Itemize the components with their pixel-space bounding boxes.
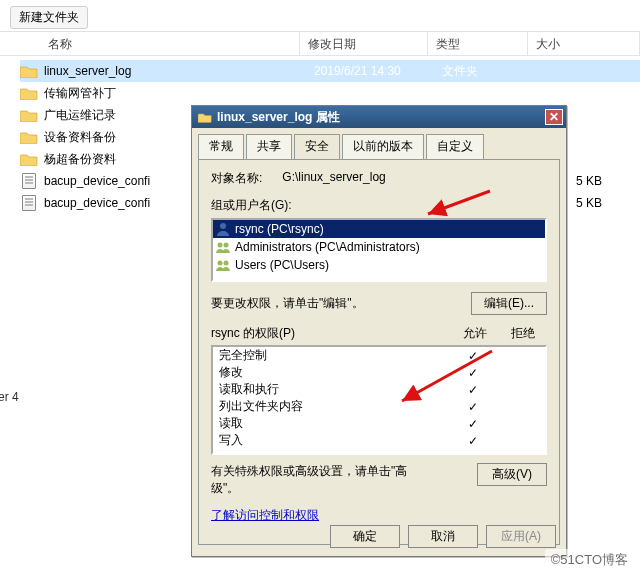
- file-name: 传输网管补丁: [44, 85, 314, 102]
- tab-安全[interactable]: 安全: [294, 134, 340, 159]
- svg-point-0: [220, 223, 226, 229]
- edit-button[interactable]: 编辑(E)...: [471, 292, 547, 315]
- change-perm-text: 要更改权限，请单击"编辑"。: [211, 295, 364, 312]
- group-users-label: 组或用户名(G):: [211, 197, 547, 214]
- watermark: ©51CTO博客: [545, 549, 634, 571]
- file-name: linux_server_log: [44, 64, 314, 78]
- dialog-button-row: 确定 取消 应用(A): [330, 525, 556, 548]
- user-row[interactable]: Administrators (PC\Administrators): [213, 238, 545, 256]
- allow-header: 允许: [451, 325, 499, 342]
- list-item[interactable]: linux_server_log2019/6/21 14:30文件夹: [20, 60, 640, 82]
- close-icon[interactable]: ✕: [545, 109, 563, 125]
- col-size[interactable]: 大小: [528, 32, 640, 55]
- svg-point-2: [224, 243, 229, 248]
- perm-allow: ✓: [449, 366, 497, 380]
- apply-button[interactable]: 应用(A): [486, 525, 556, 548]
- perm-row: 修改✓: [213, 364, 545, 381]
- dialog-titlebar[interactable]: linux_server_log 属性 ✕: [192, 106, 566, 128]
- perm-row: 完全控制✓: [213, 347, 545, 364]
- group-icon: [215, 257, 231, 273]
- person-icon: [215, 221, 231, 237]
- file-icon: [22, 195, 36, 211]
- object-name-label: 对象名称:: [211, 170, 262, 187]
- svg-point-3: [218, 261, 223, 266]
- object-name-value: G:\linux_server_log: [282, 170, 385, 187]
- folder-icon: [20, 86, 38, 100]
- user-row[interactable]: Users (PC\Users): [213, 256, 545, 274]
- perm-name: 读取和执行: [219, 381, 449, 398]
- group-icon: [215, 239, 231, 255]
- user-name: Users (PC\Users): [235, 258, 329, 272]
- col-type[interactable]: 类型: [428, 32, 528, 55]
- svg-point-4: [224, 261, 229, 266]
- list-item[interactable]: 传输网管补丁: [20, 82, 640, 104]
- perm-name: 写入: [219, 432, 449, 449]
- svg-point-1: [218, 243, 223, 248]
- folder-icon: [20, 108, 38, 122]
- deny-header: 拒绝: [499, 325, 547, 342]
- perm-name: 修改: [219, 364, 449, 381]
- col-name[interactable]: 名称: [0, 32, 300, 55]
- file-type: 文件夹: [442, 63, 542, 80]
- perm-name: 完全控制: [219, 347, 449, 364]
- tab-以前的版本[interactable]: 以前的版本: [342, 134, 424, 159]
- dialog-title: linux_server_log 属性: [217, 109, 545, 126]
- perm-allow: ✓: [449, 417, 497, 431]
- permissions-list[interactable]: 完全控制✓修改✓读取和执行✓列出文件夹内容✓读取✓写入✓: [211, 345, 547, 455]
- new-folder-button[interactable]: 新建文件夹: [10, 6, 88, 29]
- advanced-button[interactable]: 高级(V): [477, 463, 547, 486]
- explorer-toolbar: 新建文件夹: [0, 0, 640, 32]
- perm-row: 读取✓: [213, 415, 545, 432]
- learn-link[interactable]: 了解访问控制和权限: [211, 507, 319, 524]
- perm-allow: ✓: [449, 383, 497, 397]
- properties-dialog: linux_server_log 属性 ✕ 常规共享安全以前的版本自定义 对象名…: [191, 105, 567, 557]
- perm-allow: ✓: [449, 349, 497, 363]
- tab-自定义[interactable]: 自定义: [426, 134, 484, 159]
- perm-row: 列出文件夹内容✓: [213, 398, 545, 415]
- user-row[interactable]: rsync (PC\rsync): [213, 220, 545, 238]
- file-list-header: 名称 修改日期 类型 大小: [0, 32, 640, 56]
- perm-name: 读取: [219, 415, 449, 432]
- tab-常规[interactable]: 常规: [198, 134, 244, 159]
- ok-button[interactable]: 确定: [330, 525, 400, 548]
- tab-共享[interactable]: 共享: [246, 134, 292, 159]
- file-date: 2019/6/21 14:30: [314, 64, 442, 78]
- user-name: Administrators (PC\Administrators): [235, 240, 420, 254]
- group-users-list[interactable]: rsync (PC\rsync)Administrators (PC\Admin…: [211, 218, 547, 282]
- folder-icon: [20, 130, 38, 144]
- advanced-text: 有关特殊权限或高级设置，请单击"高级"。: [211, 463, 431, 497]
- perm-allow: ✓: [449, 400, 497, 414]
- dialog-tabs: 常规共享安全以前的版本自定义: [192, 128, 566, 159]
- perm-row: 读取和执行✓: [213, 381, 545, 398]
- folder-icon: [198, 111, 212, 123]
- perm-row: 写入✓: [213, 432, 545, 449]
- permissions-for-label: rsync 的权限(P): [211, 325, 451, 342]
- col-date[interactable]: 修改日期: [300, 32, 428, 55]
- perm-name: 列出文件夹内容: [219, 398, 449, 415]
- security-tab-panel: 对象名称: G:\linux_server_log 组或用户名(G): rsyn…: [198, 159, 560, 545]
- cancel-button[interactable]: 取消: [408, 525, 478, 548]
- folder-icon: [20, 152, 38, 166]
- folder-icon: [20, 64, 38, 78]
- file-icon: [22, 173, 36, 189]
- user-name: rsync (PC\rsync): [235, 222, 324, 236]
- perm-allow: ✓: [449, 434, 497, 448]
- tree-fragment: ver 4: [0, 390, 32, 404]
